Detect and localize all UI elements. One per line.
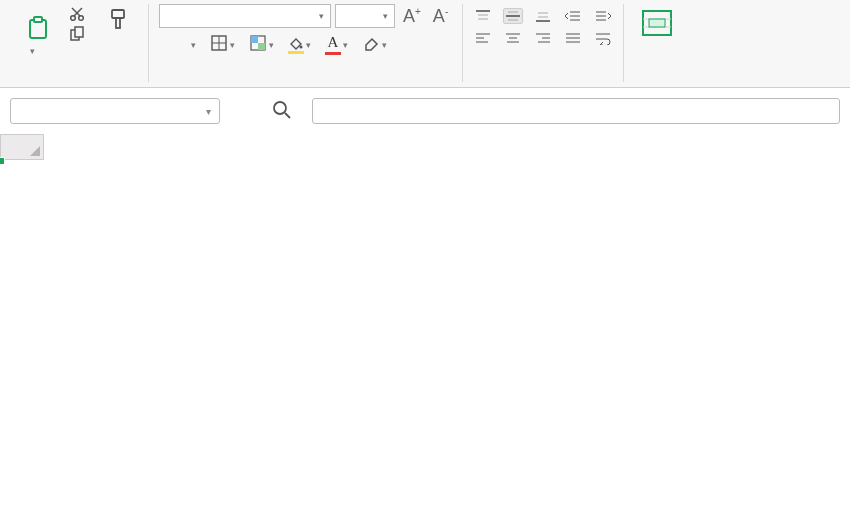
chevron-down-icon: ▾ — [206, 106, 211, 117]
align-middle-button[interactable] — [503, 8, 523, 24]
borders-icon — [210, 34, 228, 55]
selection-overlay — [0, 160, 4, 164]
align-left-button[interactable] — [473, 30, 493, 46]
formula-bar-row: ▾ — [0, 88, 850, 134]
merge-group — [624, 4, 690, 82]
alignment-group — [463, 4, 624, 82]
borders-button[interactable]: ▾ — [208, 32, 237, 57]
bucket-icon — [288, 36, 304, 54]
select-all-corner[interactable] — [0, 134, 44, 160]
ribbon: ▾ ▾ ▾ A+ A- ▾ ▾ ▾ — [0, 0, 850, 88]
eraser-icon — [362, 35, 380, 54]
increase-font-button[interactable]: A+ — [399, 6, 425, 27]
svg-rect-15 — [258, 43, 265, 50]
svg-rect-9 — [116, 18, 120, 28]
align-center-button[interactable] — [503, 30, 523, 46]
chevron-down-icon: ▾ — [269, 40, 274, 50]
increase-indent-button[interactable] — [593, 8, 613, 24]
svg-line-50 — [285, 113, 290, 118]
chevron-down-icon: ▾ — [191, 40, 196, 50]
svg-rect-48 — [649, 19, 665, 27]
cell-style-button[interactable]: ▾ — [247, 32, 276, 57]
wrap-text-button[interactable] — [593, 30, 613, 46]
clipboard-group: ▾ — [8, 4, 149, 82]
merge-icon — [640, 6, 674, 40]
underline-button[interactable]: ▾ — [187, 38, 198, 52]
svg-rect-14 — [251, 36, 258, 43]
svg-point-49 — [274, 102, 286, 114]
fill-color-button[interactable]: ▾ — [286, 34, 313, 56]
name-box[interactable]: ▾ — [10, 98, 220, 124]
merge-center-button[interactable] — [634, 4, 680, 44]
spreadsheet-grid — [0, 134, 850, 160]
decrease-indent-button[interactable] — [563, 8, 583, 24]
font-size-select[interactable]: ▾ — [335, 4, 395, 28]
scissors-icon — [68, 6, 86, 22]
chevron-down-icon: ▾ — [306, 40, 311, 50]
bold-button[interactable] — [159, 43, 163, 47]
cell-style-icon — [249, 34, 267, 55]
cut-button[interactable] — [64, 4, 94, 24]
chevron-down-icon: ▾ — [230, 40, 235, 50]
format-painter-button[interactable] — [98, 4, 138, 44]
function-wizard-icon[interactable] — [272, 100, 292, 123]
chevron-down-icon: ▾ — [382, 40, 387, 50]
decrease-font-button[interactable]: A- — [429, 6, 452, 27]
align-top-button[interactable] — [473, 8, 493, 24]
chevron-down-icon: ▾ — [383, 11, 388, 21]
font-color-button[interactable]: A ▾ — [323, 32, 350, 57]
chevron-down-icon: ▾ — [343, 40, 348, 50]
svg-point-16 — [300, 45, 303, 48]
clipboard-icon — [24, 14, 52, 42]
font-group: ▾ ▾ A+ A- ▾ ▾ ▾ ▾ — [149, 4, 463, 82]
svg-rect-7 — [75, 27, 83, 37]
svg-rect-8 — [112, 10, 124, 18]
chevron-down-icon: ▾ — [30, 46, 35, 56]
svg-rect-1 — [34, 17, 42, 22]
font-color-icon: A — [325, 34, 341, 55]
copy-icon — [68, 26, 86, 42]
justify-button[interactable] — [563, 30, 583, 46]
brush-icon — [104, 6, 132, 34]
clear-format-button[interactable]: ▾ — [360, 33, 389, 56]
italic-button[interactable] — [173, 43, 177, 47]
font-name-select[interactable]: ▾ — [159, 4, 331, 28]
chevron-down-icon: ▾ — [319, 11, 324, 21]
copy-button[interactable] — [64, 24, 94, 44]
align-bottom-button[interactable] — [533, 8, 553, 24]
align-right-button[interactable] — [533, 30, 553, 46]
formula-input[interactable] — [312, 98, 840, 124]
paste-button[interactable] — [18, 12, 58, 44]
